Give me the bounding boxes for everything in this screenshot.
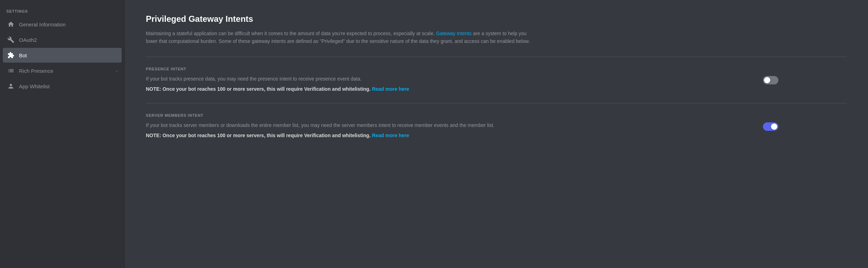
presence-read-more-link[interactable]: Read more here	[372, 86, 409, 92]
server-members-intent-row: If your bot tracks server members or dow…	[146, 122, 778, 138]
presence-intent-description: If your bot tracks presence data, you ma…	[146, 75, 749, 83]
presence-intent-toggle[interactable]	[763, 76, 778, 84]
sidebar-item-label: Rich Presence	[19, 68, 53, 74]
presence-intent-label: PRESENCE INTENT	[146, 67, 847, 71]
presence-intent-toggle-wrapper	[763, 75, 778, 84]
main-content: Privileged Gateway Intents Maintaining a…	[125, 0, 868, 268]
presence-intent-note: NOTE: Once your bot reaches 100 or more …	[146, 86, 749, 92]
server-members-intent-note: NOTE: Once your bot reaches 100 or more …	[146, 133, 749, 138]
presence-note-prefix: NOTE: Once your bot reaches 100 or more …	[146, 86, 371, 92]
server-members-intent-text: If your bot tracks server members or dow…	[146, 122, 749, 138]
wrench-icon	[7, 36, 15, 44]
settings-section-label: SETTINGS	[3, 7, 122, 15]
person-icon	[7, 82, 15, 90]
gateway-intents-link[interactable]: Gateway Intents	[436, 31, 472, 36]
server-members-intent-toggle[interactable]	[763, 122, 778, 131]
server-members-intent-toggle-wrapper	[763, 122, 778, 131]
sidebar-item-rich-presence[interactable]: Rich Presence ›	[3, 63, 122, 78]
sidebar-item-oauth2[interactable]: OAuth2	[3, 32, 122, 47]
sidebar-item-general-information[interactable]: General Information	[3, 17, 122, 32]
home-icon	[7, 20, 15, 28]
sidebar-item-label: OAuth2	[19, 37, 37, 43]
sidebar-item-label: App Whitelist	[19, 83, 50, 89]
sidebar-item-label: General Information	[19, 21, 66, 27]
divider-2	[146, 103, 847, 103]
presence-intent-row: If your bot tracks presence data, you ma…	[146, 75, 778, 92]
server-members-note-prefix: NOTE: Once your bot reaches 100 or more …	[146, 133, 371, 138]
server-members-intent-section: SERVER MEMBERS INTENT If your bot tracks…	[146, 113, 847, 138]
presence-intent-text: If your bot tracks presence data, you ma…	[146, 75, 749, 92]
page-description: Maintaining a stateful application can b…	[146, 30, 532, 45]
chevron-right-icon: ›	[116, 68, 117, 74]
description-text-1: Maintaining a stateful application can b…	[146, 31, 435, 36]
sidebar-item-app-whitelist[interactable]: App Whitelist	[3, 79, 122, 94]
sidebar: SETTINGS General Information OAuth2 Bot	[0, 0, 125, 268]
page-title: Privileged Gateway Intents	[146, 14, 847, 24]
server-members-toggle-knob	[771, 123, 777, 130]
sidebar-item-bot[interactable]: Bot	[3, 48, 122, 63]
sidebar-item-label: Bot	[19, 52, 27, 58]
server-members-intent-label: SERVER MEMBERS INTENT	[146, 113, 847, 117]
presence-intent-section: PRESENCE INTENT If your bot tracks prese…	[146, 67, 847, 92]
server-members-read-more-link[interactable]: Read more here	[372, 133, 409, 138]
server-members-intent-description: If your bot tracks server members or dow…	[146, 122, 749, 129]
divider-1	[146, 57, 847, 57]
puzzle-icon	[7, 51, 15, 59]
list-icon	[7, 67, 15, 75]
presence-toggle-knob	[764, 77, 770, 83]
